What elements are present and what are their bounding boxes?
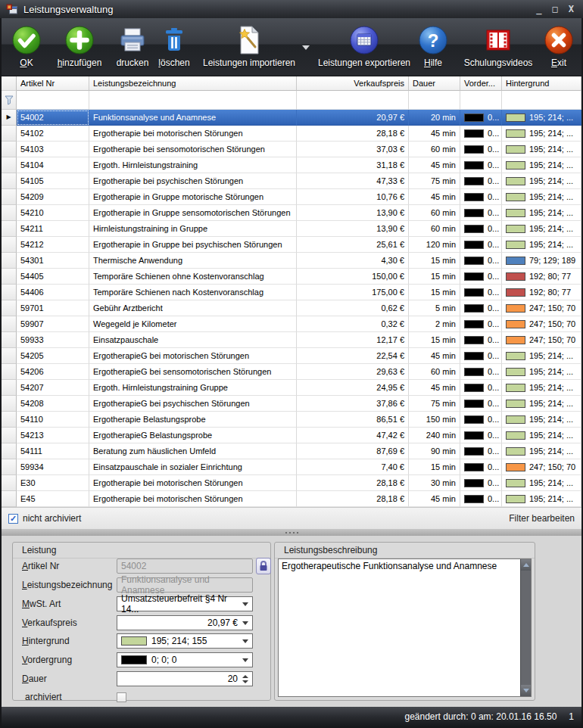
cell-verkaufspreis[interactable]: 28,18 € — [297, 491, 409, 507]
row-indicator-cell[interactable]: ▶ — [2, 110, 17, 126]
cell-dauer[interactable]: 45 min — [409, 189, 460, 205]
cell-artikel-nr[interactable]: 59934 — [17, 459, 89, 475]
cell-verkaufspreis[interactable]: 0,32 € — [297, 316, 409, 332]
cell-dauer[interactable]: 240 min — [409, 428, 460, 443]
cell-hintergrund[interactable]: 195; 214; ... — [502, 396, 581, 412]
cell-hintergrund[interactable]: 195; 214; ... — [502, 205, 581, 221]
cell-hintergrund[interactable]: 247; 150; 70 — [502, 300, 581, 316]
cell-artikel-nr[interactable]: 54002 — [17, 110, 89, 126]
cell-leistungsbezeichnung[interactable]: Ergotherapie Belastungsprobe — [89, 412, 297, 428]
cell-artikel-nr[interactable]: 54212 — [17, 237, 89, 253]
row-indicator-cell[interactable]: ▶ — [2, 396, 17, 412]
cell-dauer[interactable]: 15 min — [409, 285, 460, 300]
cell-vordergrund[interactable]: 0... — [460, 380, 502, 396]
cell-artikel-nr[interactable]: 54205 — [17, 348, 89, 364]
filter-bearbeiten-link[interactable]: Filter bearbeiten — [509, 513, 575, 524]
table-row[interactable]: ▶ 54301 Thermische Anwendung 4,30 € 15 m… — [2, 253, 581, 269]
cell-dauer[interactable]: 45 min — [409, 157, 460, 173]
cell-dauer[interactable]: 30 min — [409, 475, 460, 491]
row-indicator-cell[interactable]: ▶ — [2, 157, 17, 173]
row-indicator-cell[interactable]: ▶ — [2, 443, 17, 459]
print-button[interactable]: drucken — [112, 24, 153, 74]
table-row[interactable]: ▶ 54205 ErgotherapieG bei motorischen St… — [2, 348, 581, 364]
cell-vordergrund[interactable]: 0... — [460, 491, 502, 507]
mwst-art-combobox[interactable]: Umsatzsteuerbefreit §4 Nr 14... — [117, 596, 253, 611]
cell-hintergrund[interactable]: 195; 214; ... — [502, 364, 581, 380]
cell-artikel-nr[interactable]: 59907 — [17, 316, 89, 332]
cell-hintergrund[interactable]: 195; 214; ... — [502, 189, 581, 205]
table-row[interactable]: ▶ 54105 Ergotherapie bei psychischen Stö… — [2, 173, 581, 189]
cell-verkaufspreis[interactable]: 37,03 € — [297, 142, 409, 157]
table-row[interactable]: ▶ 54110 Ergotherapie Belastungsprobe 86,… — [2, 412, 581, 428]
cell-vordergrund[interactable]: 0... — [460, 348, 502, 364]
table-row[interactable]: ▶ 54206 ErgotherapieG bei sensomotorisch… — [2, 364, 581, 380]
cell-hintergrund[interactable]: 195; 214; ... — [502, 412, 581, 428]
cell-hintergrund[interactable]: 195; 214; ... — [502, 475, 581, 491]
cell-dauer[interactable]: 60 min — [409, 205, 460, 221]
column-header-dauer[interactable]: Dauer — [409, 76, 460, 91]
cell-leistungsbezeichnung[interactable]: Thermische Anwendung — [89, 253, 297, 269]
cell-vordergrund[interactable]: 0... — [460, 110, 502, 126]
cell-artikel-nr[interactable]: 54209 — [17, 189, 89, 205]
cell-leistungsbezeichnung[interactable]: Ergotherapie in Gruppe sensomotorischen … — [89, 205, 297, 221]
help-button[interactable]: ? Hilfe — [414, 24, 452, 74]
table-row[interactable]: ▶ 59934 Einsatzpauschale in sozialer Ein… — [2, 459, 581, 475]
cell-artikel-nr[interactable]: 59701 — [17, 300, 89, 316]
cell-verkaufspreis[interactable]: 47,33 € — [297, 173, 409, 189]
cell-hintergrund[interactable]: 195; 214; ... — [502, 348, 581, 364]
cell-hintergrund[interactable]: 195; 214; ... — [502, 428, 581, 443]
cell-vordergrund[interactable]: 0... — [460, 316, 502, 332]
exit-button[interactable]: Exit — [539, 24, 578, 74]
cell-leistungsbezeichnung[interactable]: ErgotherapieG bei motorischen Störungen — [89, 348, 297, 364]
cell-artikel-nr[interactable]: 54301 — [17, 253, 89, 269]
cell-artikel-nr[interactable]: 59933 — [17, 332, 89, 348]
column-header-leistungsbezeichnung[interactable]: Leistungsbezeichnung — [89, 76, 297, 91]
cell-leistungsbezeichnung[interactable]: Temporäre Schienen nach Kostenvoranschla… — [89, 285, 297, 300]
filter-cell-verkaufspreis[interactable] — [297, 91, 409, 110]
cell-verkaufspreis[interactable]: 7,40 € — [297, 459, 409, 475]
cell-artikel-nr[interactable]: 54207 — [17, 380, 89, 396]
cell-verkaufspreis[interactable]: 28,18 € — [297, 475, 409, 491]
cell-verkaufspreis[interactable]: 37,86 € — [297, 396, 409, 412]
cell-vordergrund[interactable]: 0... — [460, 332, 502, 348]
videos-button[interactable]: Schulungsvideos — [457, 24, 540, 74]
cell-verkaufspreis[interactable]: 4,30 € — [297, 253, 409, 269]
cell-artikel-nr[interactable]: 54213 — [17, 428, 89, 443]
cell-vordergrund[interactable]: 0... — [460, 142, 502, 157]
cell-leistungsbezeichnung[interactable]: Ergotherapie bei psychischen Störungen — [89, 173, 297, 189]
cell-vordergrund[interactable]: 0... — [460, 126, 502, 142]
table-row[interactable]: ▶ 59907 Wegegeld je Kilometer 0,32 € 2 m… — [2, 316, 581, 332]
row-indicator-cell[interactable]: ▶ — [2, 491, 17, 507]
cell-leistungsbezeichnung[interactable]: Gebühr Arztbericht — [89, 300, 297, 316]
cell-vordergrund[interactable]: 0... — [460, 300, 502, 316]
cell-vordergrund[interactable]: 0... — [460, 221, 502, 237]
table-row[interactable]: ▶ 54208 ErgotherapieG bei psychischen St… — [2, 396, 581, 412]
add-button[interactable]: hinzufügen — [47, 24, 112, 74]
row-indicator-cell[interactable]: ▶ — [2, 380, 17, 396]
cell-artikel-nr[interactable]: 54208 — [17, 396, 89, 412]
row-indicator-cell[interactable]: ▶ — [2, 428, 17, 443]
cell-verkaufspreis[interactable]: 12,17 € — [297, 332, 409, 348]
cell-vordergrund[interactable]: 0... — [460, 269, 502, 285]
table-row[interactable]: ▶ 54211 Hirnleistungstraining in Gruppe … — [2, 221, 581, 237]
cell-hintergrund[interactable]: 79; 129; 189 — [502, 253, 581, 269]
cell-dauer[interactable]: 15 min — [409, 269, 460, 285]
cell-hintergrund[interactable]: 247; 150; 70 — [502, 332, 581, 348]
leistungsbeschreibung-textarea[interactable]: Ergotherapeutische Funktionsanalyse und … — [278, 558, 532, 697]
cell-verkaufspreis[interactable]: 47,42 € — [297, 428, 409, 443]
cell-leistungsbezeichnung[interactable]: Ergotherapie bei motorischen Störungen — [89, 126, 297, 142]
table-row[interactable]: ▶ 54405 Temporäre Schienen ohne Kostenvo… — [2, 269, 581, 285]
cell-verkaufspreis[interactable]: 24,95 € — [297, 380, 409, 396]
cell-dauer[interactable]: 90 min — [409, 443, 460, 459]
lock-button[interactable] — [256, 558, 271, 574]
cell-leistungsbezeichnung[interactable]: Wegegeld je Kilometer — [89, 316, 297, 332]
cell-dauer[interactable]: 2 min — [409, 316, 460, 332]
cell-dauer[interactable]: 120 min — [409, 237, 460, 253]
row-indicator-cell[interactable]: ▶ — [2, 269, 17, 285]
row-indicator-cell[interactable]: ▶ — [2, 173, 17, 189]
cell-verkaufspreis[interactable]: 13,90 € — [297, 205, 409, 221]
cell-hintergrund[interactable]: 192; 80; 77 — [502, 269, 581, 285]
row-indicator-cell[interactable]: ▶ — [2, 459, 17, 475]
row-indicator-cell[interactable]: ▶ — [2, 285, 17, 300]
cell-leistungsbezeichnung[interactable]: Ergotherapie in Gruppe bei psychischen S… — [89, 237, 297, 253]
